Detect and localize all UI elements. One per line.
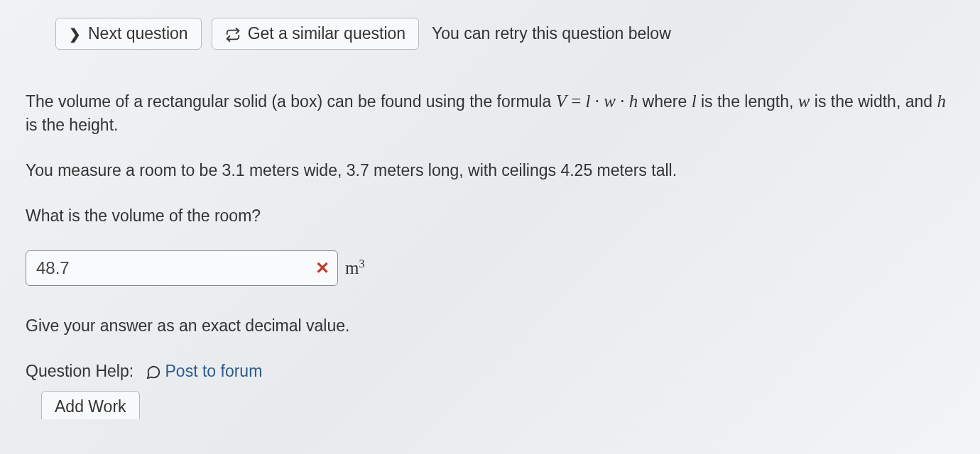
help-row: Question Help: Post to forum xyxy=(26,360,954,382)
similar-question-button[interactable]: Get a similar question xyxy=(212,18,419,50)
answer-input[interactable] xyxy=(26,250,338,286)
intro-text-2: where xyxy=(638,92,691,111)
var-h: h xyxy=(937,92,946,111)
answer-unit: m3 xyxy=(345,255,364,280)
var-w: w xyxy=(798,92,810,111)
intro-text-5: is the height. xyxy=(26,116,118,134)
chat-icon xyxy=(146,360,161,382)
var-l: l xyxy=(692,92,697,111)
retry-hint: You can retry this question below xyxy=(432,22,671,45)
unit-exp: 3 xyxy=(359,258,364,270)
answer-input-wrap: ✕ xyxy=(26,250,338,286)
help-label: Question Help: xyxy=(26,362,134,380)
similar-question-label: Get a similar question xyxy=(248,24,405,43)
question-body: The volume of a rectangular solid (a box… xyxy=(21,89,959,419)
question-intro: The volume of a rectangular solid (a box… xyxy=(26,89,954,136)
intro-text-4: is the width, and xyxy=(810,92,937,111)
answer-row: ✕ m3 xyxy=(26,250,954,286)
intro-text-1: The volume of a rectangular solid (a box… xyxy=(26,92,556,111)
add-work-button[interactable]: Add Work xyxy=(41,391,140,419)
answer-instruction: Give your answer as an exact decimal val… xyxy=(26,314,954,337)
next-question-button[interactable]: ❯ Next question xyxy=(55,18,202,50)
question-prompt: What is the volume of the room? xyxy=(26,204,954,227)
next-question-label: Next question xyxy=(88,24,188,43)
unit-base: m xyxy=(345,258,359,277)
chevron-right-icon: ❯ xyxy=(69,26,81,43)
formula: V = l · w · h xyxy=(556,92,638,111)
refresh-icon xyxy=(225,24,241,43)
action-bar: ❯ Next question Get a similar question Y… xyxy=(55,18,959,50)
intro-text-3: is the length, xyxy=(697,92,798,111)
post-to-forum-link[interactable]: Post to forum xyxy=(146,360,263,382)
forum-link-text: Post to forum xyxy=(165,360,263,382)
measurements: You measure a room to be 3.1 meters wide… xyxy=(26,159,954,182)
